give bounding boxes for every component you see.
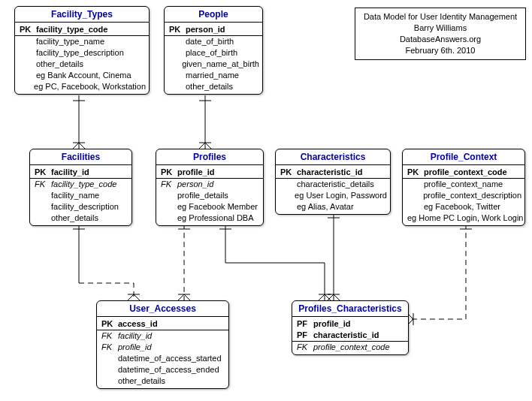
- entity-profiles-characteristics: Profiles_Characteristics PFprofile_id PF…: [292, 300, 409, 355]
- entity-facility-types: Facility_Types PKfacility_type_code faci…: [14, 6, 150, 95]
- pk-label: PK: [159, 167, 177, 178]
- attr: profile_id: [313, 318, 405, 330]
- attr: profile_context_description: [423, 190, 521, 201]
- entity-title: Profiles: [156, 149, 263, 165]
- svg-line-27: [328, 294, 334, 300]
- attr: eg Home PC Login, Work Login: [407, 213, 524, 224]
- entity-title: Facilities: [30, 149, 131, 165]
- attr: eg Professional DBA: [177, 213, 260, 224]
- attr: other_details: [36, 59, 146, 70]
- entity-profile-context: Profile_Context PKprofile_context_code p…: [402, 149, 525, 226]
- info-line2: Barry Williams: [361, 23, 519, 34]
- attr: profile_context_name: [424, 179, 521, 190]
- svg-line-4: [79, 143, 85, 149]
- fk-label: FK: [33, 179, 51, 190]
- attr: eg Facebook, Twitter: [424, 201, 521, 213]
- attr: given_name_at_birth: [182, 59, 259, 70]
- attr: facility_type_code: [51, 179, 128, 190]
- entity-title: Characteristics: [276, 149, 390, 165]
- info-box: Data Model for User Identity Management …: [355, 8, 526, 60]
- attr: person_id: [186, 24, 259, 35]
- pf-label: PF: [295, 330, 313, 341]
- attr: eg User Login, Password: [295, 190, 387, 201]
- svg-line-13: [128, 294, 134, 300]
- attr: facility_type_description: [36, 47, 146, 59]
- pk-label: PK: [406, 167, 424, 178]
- entity-profiles: Profiles PKprofile_id FKperson_id profil…: [156, 149, 264, 226]
- attr: eg Facebook Member: [177, 201, 260, 213]
- svg-line-18: [178, 294, 184, 300]
- svg-line-19: [184, 294, 190, 300]
- svg-line-8: [199, 143, 205, 149]
- svg-line-3: [73, 143, 79, 149]
- attr: datetime_of_access_started: [118, 353, 225, 364]
- attr: other_details: [118, 375, 225, 387]
- entity-title: People: [165, 7, 262, 23]
- attr: access_id: [118, 318, 225, 330]
- attr: eg Alias, Avatar: [297, 201, 387, 213]
- fk-label: FK: [159, 179, 177, 190]
- attr: characteristic_id: [297, 167, 387, 178]
- entity-title: Facility_Types: [15, 7, 149, 23]
- entity-title: User_Accesses: [97, 301, 228, 317]
- attr: other_details: [51, 213, 128, 224]
- attr: profile_id: [118, 342, 225, 353]
- entity-title: Profile_Context: [403, 149, 524, 165]
- svg-line-14: [134, 294, 140, 300]
- attr: facility_id: [118, 330, 225, 342]
- entity-facilities: Facilities PKfacility_id FKfacility_type…: [29, 149, 132, 226]
- fk-label: FK: [295, 342, 313, 353]
- attr: other_details: [186, 81, 259, 92]
- pk-label: PK: [33, 167, 51, 178]
- attr: person_id: [177, 179, 260, 190]
- attr: profile_details: [177, 190, 260, 201]
- attr: profile_context_code: [313, 342, 405, 353]
- attr: date_of_birth: [186, 36, 259, 47]
- attr: profile_id: [177, 167, 260, 178]
- pk-label: PK: [279, 167, 297, 178]
- pk-label: PK: [18, 24, 36, 35]
- attr: facility_name: [51, 190, 128, 201]
- attr: facility_type_name: [36, 36, 146, 47]
- fk-label: FK: [100, 342, 118, 353]
- svg-line-22: [319, 294, 325, 300]
- entity-user-accesses: User_Accesses PKaccess_id FKfacility_id …: [96, 300, 229, 389]
- attr: eg PC, Facebook, Workstation: [34, 81, 146, 92]
- attr: married_name: [186, 70, 259, 81]
- attr: facility_description: [51, 201, 128, 213]
- pk-label: PK: [100, 318, 118, 330]
- attr: facility_id: [51, 167, 128, 178]
- info-line1: Data Model for User Identity Management: [361, 11, 519, 23]
- svg-line-28: [334, 294, 340, 300]
- pk-label: PK: [168, 24, 186, 35]
- info-line4: February 6th. 2010: [361, 45, 519, 56]
- entity-characteristics: Characteristics PKcharacteristic_id char…: [275, 149, 391, 215]
- fk-label: FK: [100, 330, 118, 342]
- attr: characteristic_id: [313, 330, 405, 341]
- attr: profile_context_code: [424, 167, 521, 178]
- pf-label: PF: [295, 318, 313, 330]
- entity-people: People PKperson_id date_of_birth place_o…: [164, 6, 263, 95]
- entity-title: Profiles_Characteristics: [292, 301, 408, 317]
- attr: characteristic_details: [297, 179, 387, 190]
- info-line3: DatabaseAnswers.org: [361, 34, 519, 45]
- attr: place_of_birth: [186, 47, 259, 59]
- svg-line-9: [205, 143, 211, 149]
- attr: datetime_of_access_ended: [118, 364, 225, 375]
- attr: eg Bank Account, Cinema: [36, 70, 146, 81]
- svg-line-23: [325, 294, 331, 300]
- attr: facility_type_code: [36, 24, 146, 35]
